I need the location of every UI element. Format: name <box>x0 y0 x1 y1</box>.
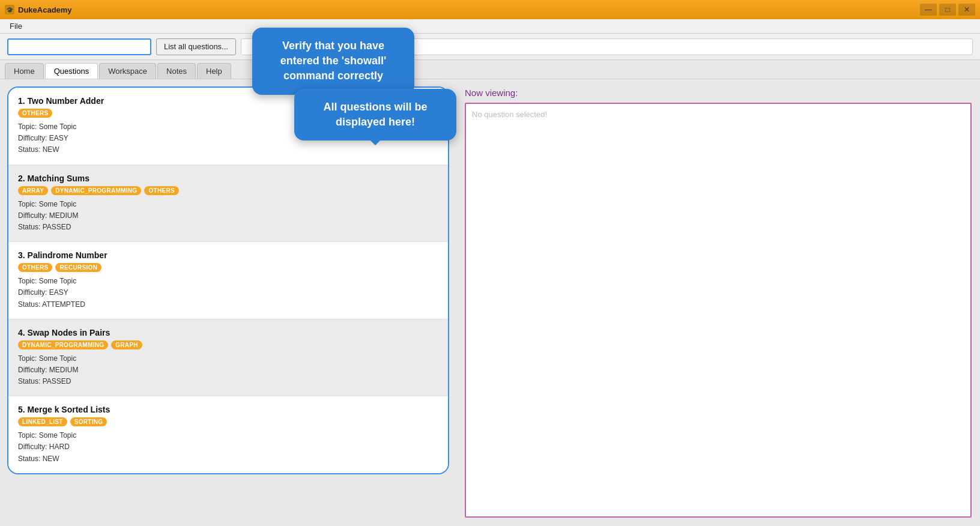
question-title: 3. Palindrome Number <box>18 250 438 260</box>
close-button[interactable]: ✕ <box>958 4 975 16</box>
question-tags: LINKED_LISTSORTING <box>18 417 438 426</box>
no-question-text: No question selected! <box>472 110 547 119</box>
tab-questions[interactable]: Questions <box>45 63 98 79</box>
tag: DYNAMIC_PROGRAMMING <box>51 186 141 195</box>
tooltip-showall-text: Verify that you have entered the 'showal… <box>280 40 387 82</box>
tab-help[interactable]: Help <box>197 63 231 79</box>
tooltip-showall: Verify that you have entered the 'showal… <box>252 28 414 95</box>
tag: LINKED_LIST <box>18 417 67 426</box>
menu-bar: File <box>0 19 980 34</box>
app-title: DukeAcademy <box>18 5 72 14</box>
question-list: 1. Two Number AdderOTHERSTopic: Some Top… <box>7 86 449 474</box>
left-panel: 1. Two Number AdderOTHERSTopic: Some Top… <box>0 79 456 526</box>
now-viewing-label: Now viewing: <box>465 88 972 98</box>
question-item[interactable]: 3. Palindrome NumberOTHERSRECURSIONTopic… <box>8 242 448 319</box>
question-meta: Topic: Some TopicDifficulty: EASYStatus:… <box>18 276 438 310</box>
tag: OTHERS <box>18 109 52 118</box>
tag: SORTING <box>70 417 107 426</box>
right-panel: Now viewing: No question selected! <box>456 79 980 526</box>
question-title: 5. Merge k Sorted Lists <box>18 405 438 414</box>
toolbar: List all questions... <box>0 34 980 60</box>
tag: ARRAY <box>18 186 48 195</box>
tab-workspace[interactable]: Workspace <box>99 63 156 79</box>
app-icon: 🎓 <box>5 5 14 14</box>
list-questions-button[interactable]: List all questions... <box>156 38 236 55</box>
tag: OTHERS <box>18 263 52 272</box>
tab-notes[interactable]: Notes <box>157 63 196 79</box>
main-content: 1. Two Number AdderOTHERSTopic: Some Top… <box>0 79 980 526</box>
question-item[interactable]: 2. Matching SumsARRAYDYNAMIC_PROGRAMMING… <box>8 165 448 243</box>
question-tags: OTHERSRECURSION <box>18 263 438 272</box>
question-tags: ARRAYDYNAMIC_PROGRAMMINGOTHERS <box>18 186 438 195</box>
tooltip-questions-text: All questions will be displayed here! <box>323 101 427 128</box>
question-title: 4. Swap Nodes in Pairs <box>18 328 438 337</box>
tooltip-questions: All questions will be displayed here! <box>294 89 456 141</box>
file-menu[interactable]: File <box>5 20 27 32</box>
question-view-box: No question selected! <box>465 103 972 518</box>
question-tags: DYNAMIC_PROGRAMMINGGRAPH <box>18 340 438 349</box>
question-meta: Topic: Some TopicDifficulty: MEDIUMStatu… <box>18 199 438 234</box>
command-input[interactable] <box>7 38 151 55</box>
maximize-button[interactable]: □ <box>939 4 956 16</box>
question-title: 2. Matching Sums <box>18 174 438 183</box>
title-bar-left: 🎓 DukeAcademy <box>5 5 72 14</box>
title-bar: 🎓 DukeAcademy — □ ✕ <box>0 0 980 19</box>
question-item[interactable]: 5. Merge k Sorted ListsLINKED_LISTSORTIN… <box>8 396 448 473</box>
minimize-button[interactable]: — <box>920 4 937 16</box>
nav-tabs: Home Questions Workspace Notes Help <box>0 60 980 79</box>
tag: DYNAMIC_PROGRAMMING <box>18 340 108 349</box>
title-bar-controls: — □ ✕ <box>920 4 975 16</box>
tag: RECURSION <box>55 263 101 272</box>
tag: GRAPH <box>111 340 142 349</box>
tab-home[interactable]: Home <box>5 63 44 79</box>
question-meta: Topic: Some TopicDifficulty: MEDIUMStatu… <box>18 353 438 388</box>
tag: OTHERS <box>144 186 178 195</box>
question-item[interactable]: 4. Swap Nodes in PairsDYNAMIC_PROGRAMMIN… <box>8 319 448 397</box>
question-meta: Topic: Some TopicDifficulty: HARDStatus:… <box>18 430 438 465</box>
